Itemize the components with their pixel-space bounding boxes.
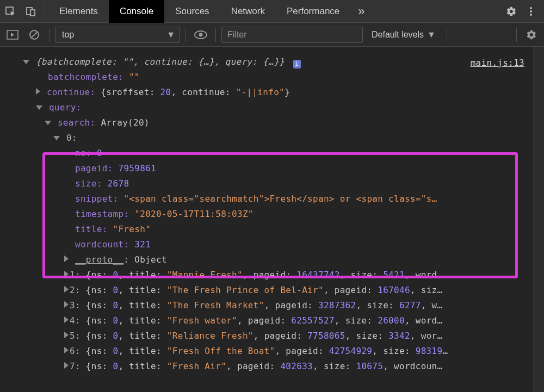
disclosure-triangle-icon[interactable] bbox=[45, 121, 51, 125]
array-index-7[interactable]: 7: {ns: 0, title: "Fresh Air", pageid: 4… bbox=[0, 359, 544, 374]
separator bbox=[49, 28, 50, 42]
devtools-tabbar: Elements Console Sources Network Perform… bbox=[0, 0, 544, 23]
kebab-menu-icon[interactable] bbox=[521, 0, 541, 23]
source-link[interactable]: main.js:13 bbox=[471, 55, 524, 71]
svg-point-5 bbox=[530, 14, 532, 16]
prop-pageid[interactable]: pageid: 7959861 bbox=[0, 161, 544, 176]
prop-continue[interactable]: continue: {sroffset: 20, continue: "-||i… bbox=[0, 85, 544, 100]
prop-batchcomplete[interactable]: batchcomplete: "" bbox=[0, 70, 544, 85]
object-root[interactable]: {batchcomplete: "", continue: {…}, query… bbox=[0, 54, 544, 70]
array-index-1[interactable]: 1: {ns: 0, title: "Mannie Fresh", pageid… bbox=[0, 267, 544, 283]
sidebar-toggle-icon[interactable] bbox=[3, 26, 22, 44]
svg-point-3 bbox=[530, 7, 532, 9]
chevron-down-icon: ▼ bbox=[427, 30, 436, 40]
separator bbox=[45, 4, 45, 19]
separator bbox=[215, 28, 216, 42]
info-badge-icon[interactable]: i bbox=[293, 60, 301, 69]
tab-performance[interactable]: Performance bbox=[276, 0, 350, 23]
array-index-0[interactable]: 0: bbox=[0, 130, 544, 146]
prop-ns[interactable]: ns: 0 bbox=[0, 146, 544, 161]
svg-point-10 bbox=[199, 33, 203, 36]
tab-sources[interactable]: Sources bbox=[164, 0, 220, 23]
array-index-6[interactable]: 6: {ns: 0, title: "Fresh Off the Boat", … bbox=[0, 344, 544, 359]
levels-label: Default levels bbox=[372, 30, 424, 40]
prop-proto[interactable]: __proto__: Object bbox=[0, 252, 544, 267]
console-output: main.js:13 {batchcomplete: "", continue:… bbox=[0, 47, 544, 392]
device-toggle-icon[interactable] bbox=[21, 0, 41, 23]
disclosure-triangle-icon[interactable] bbox=[64, 271, 69, 277]
gear-icon[interactable] bbox=[502, 0, 521, 23]
disclosure-triangle-icon[interactable] bbox=[23, 60, 29, 64]
disclosure-triangle-icon[interactable] bbox=[64, 286, 69, 293]
context-selector[interactable]: top ▼ bbox=[55, 27, 180, 43]
disclosure-triangle-icon[interactable] bbox=[64, 301, 69, 308]
array-index-5[interactable]: 5: {ns: 0, title: "Reliance Fresh", page… bbox=[0, 328, 544, 344]
svg-line-8 bbox=[32, 32, 37, 38]
disclosure-triangle-icon[interactable] bbox=[53, 136, 60, 140]
tab-elements[interactable]: Elements bbox=[48, 0, 109, 23]
tab-overflow[interactable]: » bbox=[350, 0, 372, 23]
inspect-icon[interactable] bbox=[0, 0, 21, 23]
scrollbar[interactable] bbox=[533, 47, 544, 392]
svg-point-4 bbox=[530, 10, 532, 13]
prop-timestamp[interactable]: timestamp: "2020-05-17T11:58:03Z" bbox=[0, 207, 544, 222]
array-index-3[interactable]: 3: {ns: 0, title: "The Fresh Market", pa… bbox=[0, 298, 544, 313]
svg-rect-2 bbox=[30, 10, 35, 16]
disclosure-triangle-icon[interactable] bbox=[36, 105, 42, 110]
prop-title[interactable]: title: "Fresh" bbox=[0, 222, 544, 237]
prop-query[interactable]: query: bbox=[0, 100, 544, 115]
log-levels-selector[interactable]: Default levels ▼ bbox=[366, 30, 441, 40]
live-expression-icon[interactable] bbox=[191, 26, 210, 44]
prop-snippet[interactable]: snippet: "<span class="searchmatch">Fres… bbox=[0, 191, 544, 207]
clear-console-icon[interactable] bbox=[25, 26, 44, 44]
console-settings-gear-icon[interactable] bbox=[522, 26, 541, 44]
separator bbox=[447, 28, 447, 42]
disclosure-triangle-icon[interactable] bbox=[64, 332, 69, 338]
disclosure-triangle-icon[interactable] bbox=[36, 88, 40, 95]
disclosure-triangle-icon[interactable] bbox=[64, 316, 69, 323]
prop-wordcount[interactable]: wordcount: 321 bbox=[0, 237, 544, 252]
disclosure-triangle-icon[interactable] bbox=[64, 256, 69, 262]
tab-network[interactable]: Network bbox=[220, 0, 276, 23]
context-value: top bbox=[62, 30, 74, 40]
separator bbox=[186, 28, 186, 42]
tab-console[interactable]: Console bbox=[109, 0, 164, 23]
disclosure-triangle-icon[interactable] bbox=[64, 362, 69, 369]
filter-input[interactable]: Filter bbox=[221, 27, 363, 43]
console-toolbar: top ▼ Filter Default levels ▼ bbox=[0, 23, 544, 47]
separator bbox=[516, 28, 517, 42]
prop-size[interactable]: size: 2678 bbox=[0, 176, 544, 191]
array-index-2[interactable]: 2: {ns: 0, title: "The Fresh Prince of B… bbox=[0, 283, 544, 298]
filter-placeholder: Filter bbox=[227, 30, 247, 40]
chevron-down-icon: ▼ bbox=[166, 30, 175, 40]
prop-search[interactable]: search: Array(20) bbox=[0, 115, 544, 130]
array-index-4[interactable]: 4: {ns: 0, title: "Fresh water", pageid:… bbox=[0, 313, 544, 328]
disclosure-triangle-icon[interactable] bbox=[64, 347, 69, 353]
